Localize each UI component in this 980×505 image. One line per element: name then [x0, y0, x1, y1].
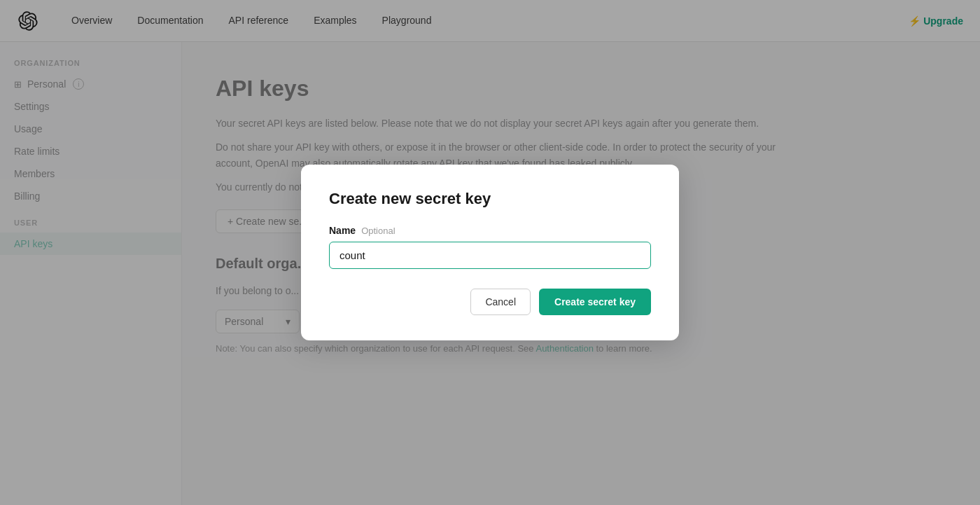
- cancel-button[interactable]: Cancel: [470, 289, 531, 315]
- modal-name-input[interactable]: [329, 242, 651, 269]
- modal-actions: Cancel Create secret key: [329, 289, 651, 315]
- modal-overlay: Create new secret key Name Optional Canc…: [0, 0, 980, 505]
- create-secret-key-button[interactable]: Create secret key: [539, 289, 651, 315]
- modal: Create new secret key Name Optional Canc…: [301, 165, 679, 340]
- modal-label-row: Name Optional: [329, 225, 651, 236]
- modal-title: Create new secret key: [329, 190, 651, 208]
- modal-name-label: Name: [329, 225, 356, 236]
- modal-optional-label: Optional: [361, 226, 395, 236]
